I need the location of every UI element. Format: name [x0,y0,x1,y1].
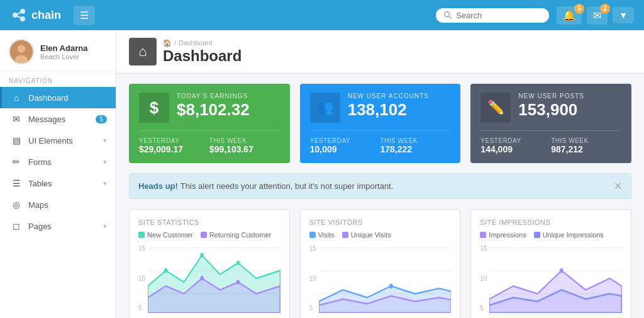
legend-unique-visits: Unique Visits [342,231,391,239]
svg-line-3 [18,13,21,14]
breadcrumb-home-icon: 🏠 [163,39,172,47]
chevron-down-icon: ▾ [103,137,107,145]
earnings-info: TODAY'S EARNINGS $8,102.32 [177,93,280,119]
chart-legend-0: New Customer Returning Customer [138,231,280,239]
sidebar-item-tables[interactable]: ☰ Tables ▾ [0,173,116,194]
svg-line-6 [449,16,452,19]
logo-icon [10,6,28,24]
svg-point-17 [236,280,240,284]
stat-card-earnings: $ TODAY'S EARNINGS $8,102.32 YESTERDAY $… [129,84,290,163]
user-dropdown-button[interactable]: ▼ [613,7,634,23]
legend-new-customer: New Customer [138,231,193,239]
chart-svg-2 [489,244,622,313]
user-subtitle: Beach Lover [40,53,87,60]
chart-legend-2: Impressions Unique Impressions [480,231,622,239]
users-icon: 👥 [310,93,340,123]
svg-point-16 [200,276,204,280]
chevron-down-icon-2: ▾ [103,158,107,166]
search-bar [436,8,549,23]
mail-icon: ✉ [11,114,22,124]
legend-returning-customer: Returning Customer [201,231,271,239]
mail-badge: 2 [600,4,610,14]
edit-icon: ✏ [11,157,22,167]
page-header-icon: ⌂ [129,38,157,65]
grid-icon: ▤ [11,135,22,145]
chart-site-statistics: SITE STATISTICS New Customer Returning C… [129,209,290,318]
svg-point-13 [200,253,204,258]
sidebar-item-pages[interactable]: ◻ Pages ▾ [0,215,116,237]
notifications-button[interactable]: 🔔 5 [557,6,582,25]
sidebar-item-messages[interactable]: ✉ Messages 5 [0,108,116,130]
chart-area-0: 15105 [138,244,280,313]
legend-dot-unique-impressions [534,232,540,238]
logo: chain [10,6,61,24]
legend-dot-new-customer [138,232,145,238]
topnav: chain ☰ 🔔 5 ✉ 2 ▼ [0,0,644,30]
svg-point-15 [164,268,168,273]
posts-yesterday: YESTERDAY 144,009 [480,137,551,154]
alert-title: Heads up! [138,181,178,191]
chart-svg-0 [148,244,280,313]
earnings-thisweek: THIS WEEK $99,103.67 [209,137,280,154]
alert-close-button[interactable]: ✕ [614,180,622,192]
users-info: NEW USER ACCOUNTS 138,102 [348,93,451,119]
users-yesterday: YESTERDAY 10,009 [310,137,380,154]
hamburger-button[interactable]: ☰ [74,6,95,25]
stat-card-posts: ✏️ NEW USER POSTS 153,900 YESTERDAY 144,… [470,84,631,163]
notification-badge: 5 [574,4,584,14]
svg-point-8 [18,45,26,53]
breadcrumb-separator: / [174,39,176,47]
chart-svg-1 [319,244,452,313]
mail-button[interactable]: ✉ 2 [587,6,608,25]
chevron-down-icon-3: ▾ [103,179,107,188]
messages-badge: 5 [96,115,107,123]
alert-message: This alert needs your attention, but it'… [180,181,394,191]
users-thisweek: THIS WEEK 178,222 [380,137,451,154]
user-name: Elen Adarna [40,43,87,53]
posts-thisweek: THIS WEEK 987,212 [551,137,621,154]
svg-point-14 [236,261,240,265]
avatar [9,39,34,64]
earnings-yesterday: YESTERDAY $29,009.17 [139,137,209,154]
chart-area-1: 15105 [309,244,452,313]
page-header-text: 🏠 / Dashboard Dashboard [163,39,242,65]
sidebar-item-ui-elements[interactable]: ▤ UI Elements ▾ [0,130,116,151]
sidebar-item-dashboard[interactable]: ⌂ Dashboard [0,87,116,108]
map-icon: ◎ [11,200,22,210]
search-input[interactable] [456,11,541,20]
sidebar-item-maps[interactable]: ◎ Maps [0,194,116,215]
nav-section-label: NAVIGATION [0,71,116,87]
legend-dot-impressions [480,232,486,238]
svg-point-5 [445,12,450,17]
user-info: Elen Adarna Beach Lover [40,43,87,60]
sidebar-item-forms[interactable]: ✏ Forms ▾ [0,151,116,173]
chart-site-impressions: SITE IMPRESSIONS Impressions Unique Impr… [470,209,631,318]
posts-icon: ✏️ [480,93,511,123]
legend-unique-impressions: Unique Impressions [534,231,604,239]
sidebar: Elen Adarna Beach Lover NAVIGATION ⌂ Das… [0,30,116,318]
chart-site-visitors: SITE VISITORS Visits Unique Visits 15105 [300,209,461,318]
svg-point-21 [389,284,393,288]
svg-point-0 [13,13,18,18]
svg-line-4 [18,16,21,18]
table-icon: ☰ [11,178,22,188]
main-content: ⌂ 🏠 / Dashboard Dashboard $ TODAY'S EARN… [116,30,644,318]
page-header: ⌂ 🏠 / Dashboard Dashboard [116,30,644,74]
stat-card-users: 👥 NEW USER ACCOUNTS 138,102 YESTERDAY 10… [300,84,461,163]
earnings-icon: $ [139,93,169,123]
page-title: Dashboard [163,47,242,65]
pages-icon: ◻ [11,221,22,231]
svg-point-1 [20,9,25,14]
svg-point-2 [20,16,25,21]
chevron-down-icon-4: ▾ [103,222,107,230]
topnav-icons: 🔔 5 ✉ 2 ▼ [557,6,634,25]
legend-visits: Visits [309,231,335,239]
y-labels-0: 15105 [138,244,148,313]
chart-legend-1: Visits Unique Visits [309,231,452,239]
legend-impressions: Impressions [480,231,526,239]
y-labels-2: 15105 [480,244,489,313]
sidebar-user: Elen Adarna Beach Lover [0,30,116,71]
stat-cards: $ TODAY'S EARNINGS $8,102.32 YESTERDAY $… [116,74,644,173]
svg-point-9 [15,55,28,64]
breadcrumb-current: Dashboard [179,39,213,47]
